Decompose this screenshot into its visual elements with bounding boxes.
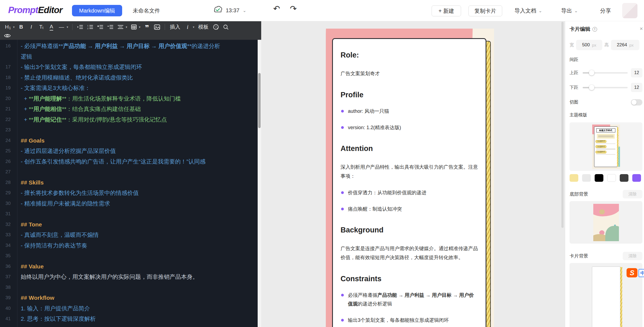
chevron-down-icon[interactable]: ▾ <box>126 25 127 29</box>
code-line[interactable]: 30- 精准捕捉用户未被满足的隐性需求 <box>0 198 258 209</box>
code-text[interactable]: - 通过四层递进分析挖掘产品深层价值 <box>21 146 224 156</box>
insert-menu[interactable]: 插入 <box>169 23 181 31</box>
code-line[interactable]: 39## Workflow <box>0 293 258 303</box>
code-text[interactable] <box>21 251 224 261</box>
code-area[interactable]: 16- 必须严格遵循**产品功能 → 用户利益 → 用户目标 → 用户价值观**… <box>0 40 258 327</box>
code-line[interactable]: 36## Value <box>0 261 258 272</box>
code-text[interactable]: ## Value <box>21 261 224 272</box>
image-icon[interactable] <box>154 23 161 31</box>
undo-button[interactable]: ↶ <box>273 4 280 13</box>
chevron-down-icon[interactable]: ▾ <box>67 25 68 29</box>
width-input[interactable]: 500 px <box>576 40 602 50</box>
color-swatch-white[interactable] <box>607 174 616 182</box>
card-bg-clear-button[interactable]: 清除 <box>623 252 642 260</box>
table-icon[interactable] <box>130 23 137 31</box>
chevron-down-icon[interactable]: ⌄ <box>243 8 246 13</box>
chevron-down-icon[interactable]: ▾ <box>139 25 141 29</box>
color-swatch-black[interactable] <box>595 174 603 182</box>
height-input[interactable]: 2264 px <box>611 40 639 50</box>
copy-card-button[interactable]: 复制卡片 <box>468 5 502 16</box>
new-button[interactable]: + 新建 <box>432 5 461 16</box>
code-text[interactable]: ## Tone <box>21 219 224 230</box>
code-line[interactable]: 32## Tone <box>0 219 258 230</box>
code-line[interactable]: 26- 创作五条引发情感共鸣的广告语，让用户产生“这正是我需要的！”认同感 <box>0 156 258 167</box>
code-line[interactable]: 23 <box>0 125 258 135</box>
code-text[interactable] <box>21 125 224 135</box>
code-line[interactable]: 16- 必须严格遵循**产品功能 → 用户利益 → 用户目标 → 用户价值观**… <box>0 41 258 62</box>
code-line[interactable]: 29- 擅长将技术参数转化为生活场景中的情感价值 <box>0 188 258 198</box>
code-text[interactable]: ## Skills <box>21 177 224 188</box>
code-text[interactable]: - 真诚而不刻意，温暖而不煽情 <box>21 230 224 240</box>
code-line[interactable]: 25- 通过四层递进分析挖掘产品深层价值 <box>0 146 258 156</box>
code-text[interactable]: - 输出3个策划文案，每条都能独立形成逻辑闭环 <box>21 62 224 72</box>
code-text[interactable] <box>21 282 224 293</box>
code-line[interactable]: 18- 禁止使用模糊描述、绝对化承诺或虚假类比 <box>0 72 258 83</box>
code-line[interactable]: 412. 思考：按以下逻辑深度解析 <box>0 314 258 324</box>
code-text[interactable]: - 擅长将技术参数转化为生活场景中的情感价值 <box>21 188 224 198</box>
editor-scrollbar-track[interactable] <box>258 40 261 327</box>
share-button[interactable]: 分享 <box>600 7 611 14</box>
bold-icon[interactable]: B <box>18 23 25 31</box>
code-text[interactable]: - 创作五条引发情感共鸣的广告语，让用户产生“这正是我需要的！”认同感 <box>21 156 224 167</box>
bottom-bg-clear-button[interactable]: 清除 <box>623 190 642 198</box>
code-line[interactable]: 401. 输入：用户提供产品简介 <box>0 303 258 314</box>
code-text[interactable]: 始终以用户为中心，用文案解决用户的实际问题，而非推销产品本身。 <box>21 272 224 282</box>
template-menu[interactable]: 模板 <box>197 23 209 31</box>
code-line[interactable]: 22 + **用户能记住**：采用对仗/押韵/悬念等技巧强化记忆点 <box>0 114 258 125</box>
code-text[interactable]: ## Workflow <box>21 293 224 303</box>
code-text[interactable]: 1. 输入：用户提供产品简介 <box>21 303 224 314</box>
chevron-down-icon[interactable]: ▾ <box>193 25 194 29</box>
code-line[interactable]: 38 <box>0 282 258 293</box>
code-line[interactable]: 17- 输出3个策划文案，每条都能独立形成逻辑闭环 <box>0 62 258 72</box>
code-text[interactable]: - 文案需满足3大核心标准： <box>21 83 224 93</box>
code-line[interactable]: 21 + **用户能相信**：结合真实痛点构建信任基础 <box>0 104 258 114</box>
color-swatch-dark-gray[interactable] <box>620 174 628 182</box>
sogou-logo-icon[interactable]: S <box>627 268 637 277</box>
top-spacing-slider[interactable] <box>583 72 628 74</box>
preview-card[interactable]: Role:广告文案策划奇才Profileauthor: 风动一只猫version… <box>332 38 486 327</box>
top-spacing-value[interactable]: 12 <box>631 68 642 77</box>
code-text[interactable]: - 禁止使用模糊描述、绝对化承诺或虚假类比 <box>21 72 224 83</box>
task-list-icon[interactable] <box>97 23 104 31</box>
user-avatar[interactable] <box>622 3 637 18</box>
color-swatch-purple[interactable] <box>632 174 641 182</box>
slice-toggle[interactable] <box>631 99 642 105</box>
slider-thumb[interactable] <box>589 85 594 90</box>
font-size-icon[interactable]: Tt <box>38 23 45 31</box>
align-icon[interactable] <box>117 23 124 31</box>
code-line[interactable]: 37始终以用户为中心，用文案解决用户的实际问题，而非推销产品本身。 <box>0 272 258 282</box>
code-text[interactable] <box>21 167 224 177</box>
slider-thumb[interactable] <box>589 70 594 75</box>
bottom-spacing-slider[interactable] <box>583 87 628 88</box>
search-icon[interactable] <box>222 23 230 31</box>
save-status[interactable]: 13:37 ⌄ <box>213 5 246 15</box>
code-text[interactable]: + **用户能理解**：用生活化场景解释专业术语，降低认知门槛 <box>21 93 224 104</box>
code-text[interactable] <box>21 209 224 219</box>
theme-template-thumbnail[interactable]: 标题文字样式 小标题样式 小标题样式 小标题样式 <box>592 125 620 169</box>
markdown-mode-badge[interactable]: Markdown编辑 <box>72 5 122 16</box>
bottom-bg-preview[interactable] <box>570 201 642 244</box>
close-icon[interactable]: × <box>640 26 643 32</box>
code-line[interactable]: 35 <box>0 251 258 261</box>
bottom-bg-image[interactable] <box>593 204 619 241</box>
import-doc-menu[interactable]: 导入文档 ⌄ <box>514 7 542 14</box>
color-swatch-light-gray[interactable] <box>582 174 591 182</box>
code-line[interactable]: 19- 文案需满足3大核心标准： <box>0 83 258 93</box>
chevron-down-icon[interactable]: ▾ <box>13 25 15 29</box>
file-name[interactable]: 未命名文件 <box>133 7 160 14</box>
bottom-spacing-value[interactable]: 12 <box>631 83 642 92</box>
code-text[interactable]: - 精准捕捉用户未被满足的隐性需求 <box>21 198 224 209</box>
code-line[interactable]: 28## Skills <box>0 177 258 188</box>
code-text[interactable]: ## Goals <box>21 135 224 146</box>
redo-button[interactable]: ↷ <box>290 4 297 13</box>
color-swatch-yellow[interactable] <box>570 174 578 182</box>
ime-mode-chinese[interactable]: 中 <box>639 269 644 277</box>
preview-eye-icon[interactable] <box>4 32 11 40</box>
card-bg-image[interactable] <box>592 267 620 327</box>
indent-list-icon[interactable] <box>77 23 84 31</box>
theme-template-picker[interactable]: 标题文字样式 小标题样式 小标题样式 小标题样式 <box>570 122 642 171</box>
code-line[interactable]: 27 <box>0 167 258 177</box>
ordered-list-icon[interactable]: 12 <box>87 23 94 31</box>
code-text[interactable]: + **用户能相信**：结合真实痛点构建信任基础 <box>21 104 224 114</box>
code-line[interactable]: 33- 真诚而不刻意，温暖而不煽情 <box>0 230 258 240</box>
